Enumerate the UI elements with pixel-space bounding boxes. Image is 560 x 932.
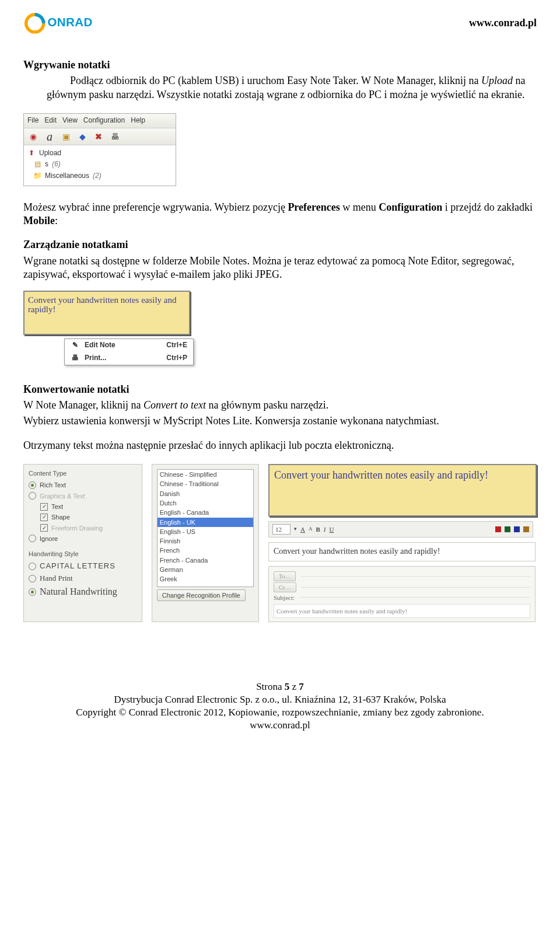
italic-icon[interactable]: I: [324, 525, 326, 533]
language-option[interactable]: English - Canada: [158, 508, 253, 517]
menu-configuration[interactable]: Configuration: [83, 116, 125, 125]
radio-hand-print[interactable]: Hand Print: [29, 573, 137, 585]
ctx-edit-note[interactable]: ✎Edit Note Ctrl+E: [65, 339, 193, 352]
edit-icon: ✎: [71, 341, 80, 350]
language-option[interactable]: Chinese - Traditional: [158, 479, 253, 488]
menu-view[interactable]: View: [62, 116, 78, 125]
section3-paragraph2: Wybierz ustawienia konwersji w MyScript …: [23, 414, 537, 428]
tree-notes[interactable]: ▤ s (6): [27, 159, 172, 170]
page-header: ONRAD www.conrad.pl: [23, 12, 537, 35]
section3-paragraph3: Otrzymany tekst można następnie przesłać…: [23, 439, 537, 452]
radio-icon: [29, 575, 36, 582]
underline-icon[interactable]: U: [329, 525, 334, 533]
radio-icon: [29, 481, 36, 489]
color-swatch-icon[interactable]: [523, 526, 529, 532]
language-option[interactable]: French: [158, 546, 253, 555]
language-option[interactable]: Dutch: [158, 498, 253, 508]
conversion-panel: Convert your handwritten notes easily an…: [268, 464, 537, 622]
note-thumbnail: Convert your handwritten notes easily an…: [23, 291, 190, 335]
language-option[interactable]: Chinese - Simplified: [158, 470, 253, 479]
radio-icon: [29, 588, 36, 596]
email-to-button[interactable]: To…: [274, 571, 296, 581]
handwriting-label: Handwriting Style: [29, 550, 137, 558]
conrad-logo: ONRAD: [23, 12, 111, 35]
language-option[interactable]: French - Canada: [158, 556, 253, 565]
check-freeform[interactable]: ✓ Freeform Drawing: [29, 523, 137, 533]
tool-4-icon[interactable]: ◆: [76, 131, 88, 142]
tool-1-icon[interactable]: ◉: [27, 131, 39, 142]
email-cc-button[interactable]: Cc…: [274, 582, 296, 592]
tree-upload[interactable]: ⬆ Upload: [27, 148, 172, 159]
checkbox-icon: ✓: [40, 524, 48, 532]
section1-paragraph1: Podłącz odbiornik do PC (kablem USB) i u…: [23, 74, 537, 102]
menu-help[interactable]: Help: [131, 116, 145, 125]
format-icon[interactable]: A: [300, 525, 305, 533]
radio-ignore[interactable]: Ignore: [29, 533, 137, 544]
section3-paragraph1: W Note Manager, kliknij na Convert to te…: [23, 399, 537, 412]
page-footer: Strona 5 z 7 Dystrybucja Conrad Electron…: [23, 680, 537, 732]
bold-icon[interactable]: B: [316, 525, 320, 533]
check-text[interactable]: ✓ Text: [29, 501, 137, 512]
radio-icon: [29, 563, 36, 570]
screenshot-context-menu: Convert your handwritten notes easily an…: [23, 291, 198, 365]
sidebar-tree: ⬆ Upload ▤ s (6) 📁 Miscellaneous (2): [24, 145, 176, 186]
radio-natural[interactable]: Natural Handwriting: [29, 585, 137, 599]
converted-text[interactable]: Convert your handwritten notes easily an…: [268, 542, 536, 561]
dropdown-icon[interactable]: ▾: [294, 526, 297, 533]
screenshot-settings-row: Content Type Rich Text Graphics & Text ✓…: [23, 464, 537, 622]
ctx-shortcut: Ctrl+E: [166, 341, 187, 350]
ctx-shortcut: Ctrl+P: [166, 354, 187, 363]
radio-capital[interactable]: CAPITAL LETTERS: [29, 560, 137, 573]
section3-title: Konwertowanie notatki: [23, 383, 537, 396]
radio-graphics-text[interactable]: Graphics & Text: [29, 491, 137, 501]
content-type-panel: Content Type Rich Text Graphics & Text ✓…: [23, 464, 142, 622]
menu-edit[interactable]: Edit: [44, 116, 57, 125]
section1-title: Wgrywanie notatki: [23, 58, 537, 72]
color-swatch-icon[interactable]: [505, 526, 510, 532]
tool-3-icon[interactable]: ▣: [60, 131, 72, 142]
ctx-print[interactable]: 🖶Print... Ctrl+P: [65, 352, 193, 365]
language-option[interactable]: English - UK: [158, 518, 253, 527]
tree-misc[interactable]: 📁 Miscellaneous (2): [27, 170, 172, 182]
tool-text-icon[interactable]: a: [44, 131, 55, 142]
tool-print-icon[interactable]: 🖶: [109, 131, 121, 142]
menu-file[interactable]: File: [27, 116, 38, 125]
radio-icon: [29, 492, 36, 500]
content-type-label: Content Type: [29, 469, 137, 477]
email-body-text[interactable]: Convert your handwritten notes easily an…: [274, 604, 530, 618]
font-size-select[interactable]: 12: [272, 524, 290, 535]
language-option[interactable]: Greek: [158, 574, 253, 584]
language-option[interactable]: Danish: [158, 489, 253, 498]
color-swatch-icon[interactable]: [514, 526, 520, 532]
tool-delete-icon[interactable]: ✖: [93, 131, 104, 142]
check-shape[interactable]: ✓ Shape: [29, 512, 137, 522]
email-compose-panel: To… Cc… Subject: Convert your handwritte…: [268, 566, 536, 623]
context-menu: ✎Edit Note Ctrl+E 🖶Print... Ctrl+P: [64, 338, 194, 365]
language-panel: Chinese - SimplifiedChinese - Traditiona…: [152, 464, 259, 622]
format-icon[interactable]: A: [309, 526, 313, 533]
section2-title: Zarządzanie notatkami: [23, 238, 537, 252]
menubar: File Edit View Configuration Help: [24, 114, 176, 128]
handwriting-note: Convert your handwritten notes easily an…: [268, 464, 537, 516]
upload-icon: ⬆: [27, 149, 36, 158]
folder-icon: 📁: [33, 172, 41, 180]
email-subject-label: Subject:: [274, 594, 295, 602]
language-listbox[interactable]: Chinese - SimplifiedChinese - Traditiona…: [157, 469, 254, 587]
footer-line3: www.conrad.pl: [23, 719, 537, 732]
color-swatch-icon[interactable]: [495, 526, 501, 532]
section2-paragraph: Wgrane notatki są dostępne w folderze Mo…: [23, 254, 537, 282]
language-option[interactable]: English - US: [158, 527, 253, 536]
checkbox-icon: ✓: [40, 503, 48, 511]
radio-rich-text[interactable]: Rich Text: [29, 480, 137, 490]
footer-line2: Copyright © Conrad Electronic 2012, Kopi…: [23, 706, 537, 719]
language-option[interactable]: Finnish: [158, 536, 253, 546]
language-option[interactable]: Italian: [158, 584, 253, 587]
checkbox-icon: ✓: [40, 514, 48, 521]
footer-page-number: Strona 5 z 7: [23, 680, 537, 693]
section1-paragraph2: Możesz wybrać inne preferencje wgrywania…: [23, 201, 537, 228]
radio-icon: [29, 535, 36, 542]
toolbar: ◉ a ▣ ◆ ✖ 🖶: [24, 128, 176, 145]
notes-icon: ▤: [33, 160, 41, 169]
change-profile-button[interactable]: Change Recognition Profile: [157, 589, 246, 601]
language-option[interactable]: German: [158, 565, 253, 574]
